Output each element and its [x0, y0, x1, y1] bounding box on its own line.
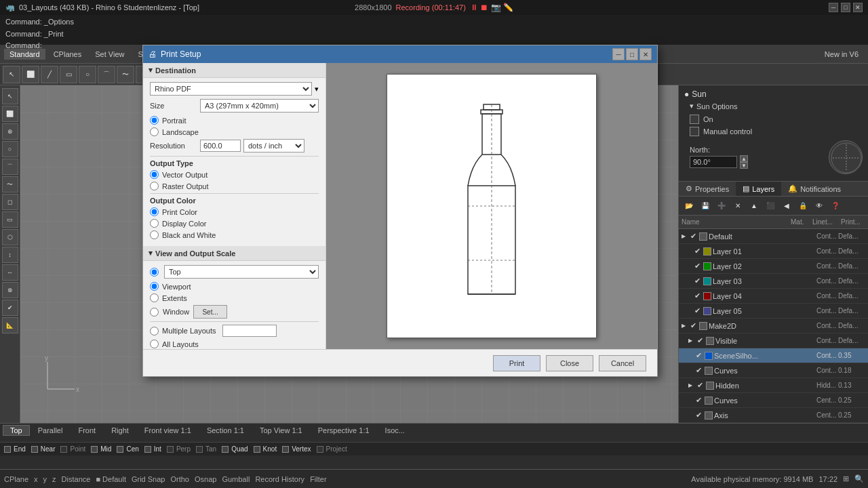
arc-tool[interactable]: ⌒	[98, 66, 115, 83]
layers-save[interactable]: 💾	[698, 199, 713, 214]
view-tab-iso[interactable]: Isoc...	[378, 425, 412, 436]
layers-help[interactable]: ❓	[828, 199, 843, 214]
layer-row[interactable]: ✔ Layer 05 Cont... Defa...	[679, 304, 868, 319]
layer-visibility[interactable]: ✔	[688, 232, 698, 241]
layers-filter[interactable]: ⬛	[763, 199, 778, 214]
windows-icon[interactable]: ⊞	[843, 474, 849, 483]
view-tab-right[interactable]: Right	[104, 425, 136, 436]
resolution-input[interactable]	[200, 140, 241, 152]
view-tab-top11[interactable]: Top View 1:1	[252, 425, 310, 436]
layers-folder-open[interactable]: 📂	[682, 199, 696, 214]
view-tab-front11[interactable]: Front view 1:1	[137, 425, 199, 436]
dialog-close-btn[interactable]: ✕	[639, 48, 652, 60]
polyline-tool[interactable]: ╱	[41, 66, 58, 83]
cancel-button[interactable]: Cancel	[599, 355, 646, 371]
layer-visibility[interactable]: ✔	[694, 396, 703, 405]
printer-select[interactable]: Rhino PDF	[150, 82, 312, 96]
view-tab-front[interactable]: Front	[71, 425, 103, 436]
bw-radio[interactable]	[150, 230, 159, 239]
layer-visibility[interactable]: ✔	[688, 321, 698, 330]
layer-visibility[interactable]: ✔	[695, 336, 705, 345]
layer-visibility[interactable]: ✔	[692, 247, 702, 256]
layer-color[interactable]	[705, 367, 713, 375]
left-tool-13[interactable]: ✔	[2, 300, 18, 316]
sun-options-title[interactable]: ▾ Sun Options	[690, 102, 863, 110]
layer-color[interactable]	[699, 232, 707, 241]
maximize-button[interactable]: □	[841, 3, 850, 12]
left-tool-2[interactable]: ⬜	[2, 106, 18, 122]
left-tool-10[interactable]: ↕	[2, 247, 18, 263]
snap-quad[interactable]: Quad	[222, 445, 248, 453]
portrait-radio[interactable]	[150, 116, 159, 125]
left-tool-9[interactable]: ⬡	[2, 229, 18, 245]
layer-row-selected[interactable]: ✔ SceneSilho... Cont... 0.35	[679, 348, 868, 363]
multiple-layouts-radio[interactable]	[150, 327, 159, 336]
resolution-unit-select[interactable]: dots / inch	[243, 139, 304, 152]
layer-color[interactable]	[703, 247, 711, 256]
left-tool-8[interactable]: ▭	[2, 211, 18, 228]
vector-output-radio[interactable]	[150, 170, 159, 179]
layers-up[interactable]: ▲	[747, 199, 762, 214]
north-up-arrow[interactable]: ▲	[740, 155, 748, 162]
layer-visibility[interactable]: ✔	[692, 277, 702, 285]
layer-row[interactable]: ✔ Curves Cent... 0.25	[679, 393, 868, 408]
snap-near[interactable]: Near	[31, 445, 56, 453]
layer-row[interactable]: ▶ ✔ Default Cont... Defa...	[679, 229, 868, 244]
left-tool-7[interactable]: ◻	[2, 194, 18, 210]
tab-cplanes[interactable]: CPlanes	[48, 49, 87, 60]
status-filter[interactable]: Filter	[310, 475, 326, 483]
tab-new-v6[interactable]: New in V6	[819, 49, 864, 60]
layers-lock[interactable]: 🔒	[795, 199, 810, 214]
layer-visibility[interactable]: ✔	[695, 381, 705, 390]
tab-set-view[interactable]: Set View	[90, 49, 130, 60]
layer-color[interactable]	[703, 292, 711, 300]
north-down-arrow[interactable]: ▼	[740, 162, 748, 169]
dialog-maximize-btn[interactable]: □	[626, 48, 638, 60]
circle-tool[interactable]: ○	[79, 66, 96, 83]
close-button[interactable]: Close	[546, 355, 593, 371]
snap-cen[interactable]: Cen	[117, 445, 138, 453]
snap-project[interactable]: Project	[317, 445, 347, 453]
snap-int[interactable]: Int	[144, 445, 161, 453]
layer-color[interactable]	[705, 352, 713, 360]
snap-perp[interactable]: Perp	[167, 445, 191, 453]
tab-standard[interactable]: Standard	[4, 49, 45, 60]
set-button[interactable]: Set...	[193, 305, 227, 319]
search-icon[interactable]: 🔍	[854, 474, 864, 483]
layer-row[interactable]: ▶ ✔ Visible Cont... Defa...	[679, 333, 868, 348]
left-tool-5[interactable]: ⌒	[2, 159, 18, 175]
left-tool-14[interactable]: 📐	[2, 317, 18, 333]
layer-color[interactable]	[703, 307, 711, 315]
layer-visibility[interactable]: ✔	[692, 262, 702, 270]
destination-section-header[interactable]: ▾ Destination	[143, 63, 326, 78]
sun-manual-checkbox[interactable]	[690, 127, 699, 136]
layer-row[interactable]: ✔ Curves Cont... 0.18	[679, 363, 868, 378]
layers-new[interactable]: ➕	[714, 199, 729, 214]
window-radio[interactable]	[150, 308, 159, 317]
layer-visibility[interactable]: ✔	[694, 366, 703, 375]
layer-color[interactable]	[703, 262, 711, 270]
layer-color[interactable]	[699, 322, 707, 330]
select-tool[interactable]: ↖	[3, 66, 20, 83]
display-color-radio[interactable]	[150, 219, 159, 228]
print-button[interactable]: Print	[493, 355, 540, 371]
view-tab-top[interactable]: Top	[3, 425, 30, 436]
layer-visibility[interactable]: ✔	[694, 411, 703, 420]
tab-notifications[interactable]: 🔔 Notifications	[781, 182, 848, 196]
snap-mid[interactable]: Mid	[91, 445, 111, 453]
sun-on-checkbox[interactable]	[690, 115, 699, 124]
status-record[interactable]: Record History	[255, 475, 304, 483]
layer-color[interactable]	[703, 277, 711, 285]
layer-row[interactable]: ✔ Axis Cent... 0.25	[679, 408, 868, 423]
view-select[interactable]: Top	[164, 265, 319, 279]
layer-color[interactable]	[705, 411, 713, 420]
layer-row[interactable]: ✔ Layer 03 Cont... Defa...	[679, 274, 868, 289]
snap-knot[interactable]: Knot	[254, 445, 277, 453]
layer-color[interactable]	[706, 337, 714, 345]
layers-match[interactable]: ◀	[779, 199, 794, 214]
layer-visibility[interactable]: ✔	[694, 351, 703, 360]
left-tool-6[interactable]: 〜	[2, 176, 18, 192]
raster-output-radio[interactable]	[150, 182, 159, 190]
layer-row[interactable]: ✔ Layer 04 Cont... Defa...	[679, 289, 868, 304]
select-window[interactable]: ⬜	[22, 66, 39, 83]
